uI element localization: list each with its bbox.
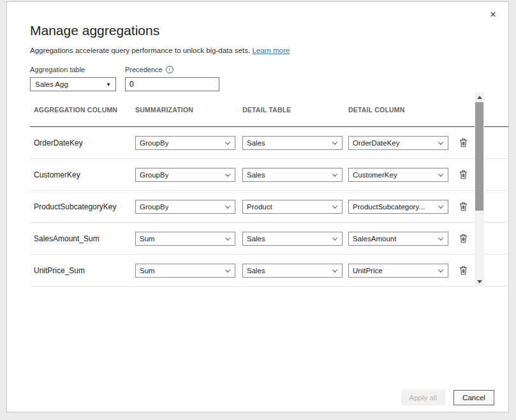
header-aggregation-column: AGGREGATION COLUMN: [30, 106, 135, 114]
dropdown-caret-icon: ▼: [106, 82, 111, 87]
dropdown-value: ProductSubcategory...: [353, 203, 425, 211]
delete-row-button[interactable]: [458, 264, 469, 276]
summarization-dropdown[interactable]: Sum: [135, 232, 235, 246]
close-icon: ×: [490, 8, 496, 20]
detail-column-dropdown[interactable]: UnitPrice: [348, 264, 448, 278]
chevron-down-icon: [438, 235, 443, 240]
description-text: Aggregations accelerate query performanc…: [30, 47, 250, 54]
detail-table-dropdown[interactable]: Sales: [242, 232, 343, 246]
dropdown-value: Sales: [247, 235, 265, 243]
scroll-up-icon: [477, 96, 482, 99]
aggregation-column-name: CustomerKey: [30, 170, 135, 179]
header-detail-table: DETAIL TABLE: [242, 106, 348, 114]
dialog-description: Aggregations accelerate query performanc…: [30, 47, 485, 54]
aggregations-table: AGGREGATION COLUMN SUMMARIZATION DETAIL …: [30, 93, 508, 287]
trash-icon: [459, 234, 468, 243]
detail-column-dropdown[interactable]: SalesAmount: [348, 232, 448, 246]
table-row: CustomerKey GroupBy Sales CustomerKey: [30, 159, 508, 191]
dropdown-value: Sales: [247, 171, 265, 179]
chevron-down-icon: [225, 139, 230, 144]
detail-column-dropdown[interactable]: ProductSubcategory...: [348, 200, 448, 214]
scroll-up-button[interactable]: [475, 93, 484, 102]
trash-icon: [459, 170, 468, 179]
aggregation-column-name: ProductSubcategoryKey: [30, 202, 135, 211]
chevron-down-icon: [332, 139, 337, 144]
dropdown-value: CustomerKey: [353, 171, 397, 179]
dropdown-value: SalesAmount: [353, 235, 396, 243]
chevron-down-icon: [225, 235, 230, 240]
delete-row-button[interactable]: [458, 137, 469, 149]
table-row: ProductSubcategoryKey GroupBy Product Pr…: [30, 191, 508, 223]
summarization-dropdown[interactable]: Sum: [135, 264, 235, 278]
detail-table-dropdown[interactable]: Product: [242, 200, 343, 214]
delete-row-button[interactable]: [458, 169, 469, 181]
chevron-down-icon: [332, 267, 337, 272]
chevron-down-icon: [225, 203, 230, 208]
precedence-label-group: Precedence i: [125, 66, 173, 73]
chevron-down-icon: [438, 203, 443, 208]
control-labels: Aggregation table Precedence i: [30, 66, 485, 73]
trash-icon: [459, 266, 468, 275]
table-row: UnitPrice_Sum Sum Sales UnitPrice: [30, 255, 508, 287]
dropdown-value: Sales: [247, 139, 265, 147]
detail-column-dropdown[interactable]: OrderDateKey: [348, 136, 448, 150]
manage-aggregations-dialog: × Manage aggregations Aggregations accel…: [6, 1, 509, 412]
precedence-input[interactable]: [125, 77, 219, 91]
table-row: SalesAmount_Sum Sum Sales SalesAmount: [30, 223, 508, 255]
page-title: Manage aggregations: [30, 23, 485, 38]
scroll-down-icon: [477, 280, 482, 283]
header-summarization: SUMMARIZATION: [135, 106, 242, 114]
vertical-scrollbar[interactable]: [475, 93, 484, 287]
trash-icon: [459, 138, 468, 147]
trash-icon: [459, 202, 468, 211]
dropdown-value: Sum: [140, 235, 155, 243]
dropdown-value: OrderDateKey: [353, 139, 400, 147]
aggregation-column-name: UnitPrice_Sum: [30, 266, 135, 275]
table-header-row: AGGREGATION COLUMN SUMMARIZATION DETAIL …: [30, 93, 508, 127]
chevron-down-icon: [225, 267, 230, 272]
table-row: OrderDateKey GroupBy Sales OrderDateKey: [30, 127, 508, 159]
dropdown-value: UnitPrice: [353, 267, 383, 274]
detail-column-dropdown[interactable]: CustomerKey: [348, 168, 448, 182]
scroll-down-button[interactable]: [475, 277, 484, 287]
chevron-down-icon: [225, 171, 230, 176]
summarization-dropdown[interactable]: GroupBy: [135, 168, 235, 182]
apply-all-button[interactable]: Apply all: [401, 390, 445, 405]
delete-row-button[interactable]: [458, 232, 469, 244]
chevron-down-icon: [438, 267, 443, 272]
control-row: Sales Agg ▼: [30, 77, 485, 91]
summarization-dropdown[interactable]: GroupBy: [135, 136, 235, 150]
summarization-dropdown[interactable]: GroupBy: [135, 200, 235, 214]
chevron-down-icon: [332, 203, 337, 208]
top-controls: Aggregation table Precedence i Sales Agg…: [30, 66, 485, 91]
aggregation-column-name: SalesAmount_Sum: [30, 234, 135, 243]
cancel-button[interactable]: Cancel: [453, 390, 494, 405]
dropdown-value: GroupBy: [140, 203, 168, 211]
delete-row-button[interactable]: [458, 200, 469, 213]
dialog-footer: Apply all Cancel: [7, 390, 494, 405]
aggregation-table-value: Sales Agg: [35, 80, 68, 88]
aggregation-table-label: Aggregation table: [30, 66, 125, 73]
chevron-down-icon: [438, 139, 443, 144]
dropdown-value: Sales: [247, 267, 265, 274]
chevron-down-icon: [332, 171, 337, 176]
scrollbar-thumb[interactable]: [475, 102, 483, 211]
learn-more-link[interactable]: Learn more: [252, 47, 290, 54]
detail-table-dropdown[interactable]: Sales: [242, 168, 343, 182]
header-detail-column: DETAIL COLUMN: [348, 106, 454, 114]
dropdown-value: GroupBy: [140, 171, 168, 179]
precedence-label: Precedence: [125, 66, 163, 73]
dropdown-value: Product: [247, 203, 272, 211]
chevron-down-icon: [332, 235, 337, 240]
detail-table-dropdown[interactable]: Sales: [242, 264, 343, 278]
close-button[interactable]: ×: [485, 7, 501, 22]
dropdown-value: GroupBy: [140, 139, 168, 147]
chevron-down-icon: [438, 171, 443, 176]
aggregation-table-select[interactable]: Sales Agg ▼: [30, 77, 116, 91]
aggregation-column-name: OrderDateKey: [30, 139, 135, 147]
info-icon[interactable]: i: [166, 66, 173, 73]
dropdown-value: Sum: [140, 267, 155, 274]
detail-table-dropdown[interactable]: Sales: [242, 136, 343, 150]
